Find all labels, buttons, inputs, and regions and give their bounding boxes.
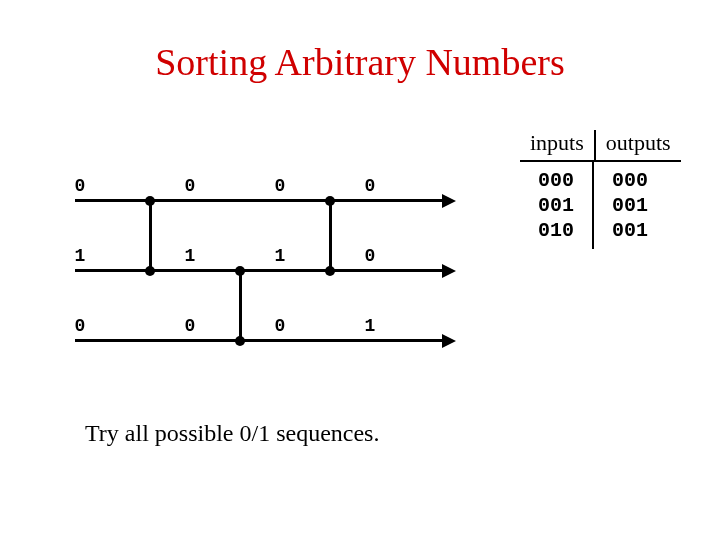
- io-input-row: 010: [538, 218, 574, 243]
- comparator-dot: [325, 196, 335, 206]
- wire-1: [75, 269, 445, 272]
- comparator-dot: [145, 196, 155, 206]
- comparator-dot: [145, 266, 155, 276]
- io-outputs-col: 000 001 001: [594, 162, 666, 249]
- io-output-row: 000: [612, 168, 648, 193]
- wire-0: [75, 199, 445, 202]
- wire-value: 0: [75, 316, 86, 336]
- wire-value: 0: [185, 176, 196, 196]
- wire-value: 0: [275, 316, 286, 336]
- arrow-icon: [442, 334, 456, 348]
- wire-value: 0: [275, 176, 286, 196]
- wire-value: 1: [75, 246, 86, 266]
- io-input-row: 000: [538, 168, 574, 193]
- comparator-1: [149, 200, 152, 270]
- comparator-dot: [325, 266, 335, 276]
- io-input-row: 001: [538, 193, 574, 218]
- sorting-network-diagram: 0 0 0 0 1 1 1 0 0 0 0 1: [60, 170, 460, 390]
- slide-title: Sorting Arbitrary Numbers: [0, 40, 720, 84]
- io-inputs-col: 000 001 010: [520, 162, 594, 249]
- wire-value: 0: [365, 246, 376, 266]
- wire-value: 1: [275, 246, 286, 266]
- io-header-outputs: outputs: [596, 130, 681, 160]
- io-header-inputs: inputs: [520, 130, 596, 160]
- wire-value: 0: [365, 176, 376, 196]
- comparator-dot: [235, 266, 245, 276]
- caption: Try all possible 0/1 sequences.: [85, 420, 379, 447]
- wire-value: 1: [365, 316, 376, 336]
- comparator-2: [239, 270, 242, 340]
- wire-2: [75, 339, 445, 342]
- io-output-row: 001: [612, 218, 648, 243]
- io-table: inputs outputs 000 001 010 000 001 001: [520, 130, 681, 249]
- arrow-icon: [442, 194, 456, 208]
- wire-value: 0: [185, 316, 196, 336]
- arrow-icon: [442, 264, 456, 278]
- comparator-3: [329, 200, 332, 270]
- io-output-row: 001: [612, 193, 648, 218]
- comparator-dot: [235, 336, 245, 346]
- wire-value: 0: [75, 176, 86, 196]
- wire-value: 1: [185, 246, 196, 266]
